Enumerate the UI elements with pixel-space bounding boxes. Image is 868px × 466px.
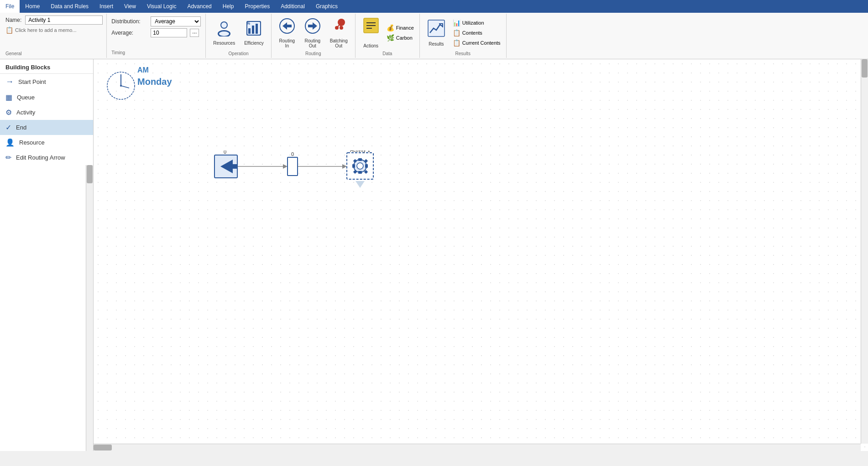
batching-out-icon <box>330 18 347 37</box>
memo-row[interactable]: 📋 Click here to add a memo... <box>5 26 77 34</box>
svg-marker-51 <box>356 181 365 188</box>
efficiency-label: Efficiency <box>244 41 264 46</box>
sidebar-item-label-activity: Activity <box>16 109 35 116</box>
results-small-items: 📊 Utilization 📋 Contents 📋 Current Conte… <box>451 18 502 47</box>
general-group-label: General <box>5 50 22 56</box>
resources-button[interactable]: Resources <box>209 18 239 47</box>
results-button[interactable]: Results <box>424 17 449 48</box>
ribbon-group-timing: Distribution: Average Average: ··· Timin… <box>107 14 206 58</box>
svg-marker-33 <box>342 164 347 169</box>
ellipsis-button[interactable]: ··· <box>190 29 199 37</box>
sidebar-item-end[interactable]: ✓ End <box>0 120 93 135</box>
menu-help[interactable]: Help <box>217 0 240 13</box>
name-input[interactable] <box>25 16 103 25</box>
memo-icon: 📋 <box>5 26 13 34</box>
sidebar-item-queue[interactable]: ▦ Queue <box>0 90 93 105</box>
svg-point-2 <box>221 22 227 28</box>
day-text: Monday <box>137 75 172 88</box>
routing-buttons: RoutingIn RoutingOut <box>275 16 351 50</box>
finance-label: Finance <box>396 25 414 31</box>
menu-visual-logic[interactable]: Visual Logic <box>141 0 182 13</box>
sidebar-item-edit-routing[interactable]: ✏ Edit Routing Arrow <box>0 150 93 165</box>
contents-icon: 📋 <box>453 29 460 36</box>
svg-rect-37 <box>288 157 298 176</box>
routing-out-button[interactable]: RoutingOut <box>301 16 324 50</box>
canvas-vscroll-thumb <box>862 59 868 78</box>
am-text: AM <box>137 65 172 75</box>
routing-out-label: RoutingOut <box>305 38 320 48</box>
average-label: Average: <box>111 30 148 36</box>
distribution-select[interactable]: Average <box>151 16 201 26</box>
svg-rect-7 <box>252 26 254 34</box>
menu-view[interactable]: View <box>119 0 141 13</box>
svg-text:Activity 1: Activity 1 <box>350 150 370 153</box>
menu-bar: File Home Data and Rules Insert View Vis… <box>0 0 868 13</box>
contents-button[interactable]: 📋 Contents <box>451 28 502 37</box>
batching-out-button[interactable]: BatchingOut <box>326 16 351 50</box>
sidebar-item-label-start: Start Point <box>18 78 46 85</box>
svg-text:%: % <box>246 21 250 26</box>
results-icon <box>427 19 445 41</box>
actions-label: Actions <box>363 43 378 48</box>
svg-text:0: 0 <box>291 151 294 157</box>
timing-group-label: Timing <box>111 49 125 55</box>
name-label: Name: <box>5 17 21 23</box>
batching-out-label: BatchingOut <box>330 38 348 48</box>
menu-file[interactable]: File <box>0 0 20 13</box>
utilization-label: Utilization <box>462 20 484 26</box>
distribution-row: Distribution: Average <box>111 16 201 26</box>
canvas-grid <box>94 59 868 451</box>
menu-advanced[interactable]: Advanced <box>182 0 217 13</box>
canvas-vscroll[interactable] <box>861 59 868 444</box>
flow-diagram: 0 0 Activity 1 <box>208 150 618 205</box>
sidebar-scrollbar[interactable] <box>86 165 93 451</box>
average-input[interactable] <box>151 28 187 37</box>
routing-group-label: Routing <box>305 50 321 56</box>
sidebar-item-activity[interactable]: ⚙ Activity <box>0 105 93 120</box>
utilization-button[interactable]: 📊 Utilization <box>451 18 502 27</box>
menu-graphics[interactable]: Graphics <box>310 0 343 13</box>
sidebar-item-start-point[interactable]: → Start Point <box>0 74 93 90</box>
clock-display: AM Monday <box>102 63 147 114</box>
resources-icon <box>216 20 232 40</box>
routing-in-button[interactable]: RoutingIn <box>275 16 299 50</box>
contents-label: Contents <box>462 30 482 36</box>
results-content: Results 📊 Utilization 📋 Contents 📋 Curre… <box>424 16 502 50</box>
utilization-icon: 📊 <box>453 19 460 26</box>
menu-data-rules[interactable]: Data and Rules <box>45 0 94 13</box>
canvas-area[interactable]: AM Monday 0 0 <box>94 59 868 451</box>
svg-rect-8 <box>256 24 258 34</box>
average-row: Average: ··· <box>111 28 199 37</box>
svg-point-41 <box>357 163 363 169</box>
svg-text:0: 0 <box>224 150 226 155</box>
current-contents-button[interactable]: 📋 Current Contents <box>451 38 502 47</box>
routing-in-label: RoutingIn <box>279 38 295 48</box>
current-contents-label: Current Contents <box>462 40 501 46</box>
sidebar-item-resource[interactable]: 👤 Resource <box>0 135 93 150</box>
data-small-items: 💰 Finance 🌿 Carbon <box>385 23 416 42</box>
svg-rect-44 <box>352 164 355 168</box>
svg-rect-43 <box>358 171 362 174</box>
menu-home[interactable]: Home <box>20 0 45 13</box>
sidebar: Building Blocks → Start Point ▦ Queue ⚙ … <box>0 59 94 451</box>
canvas-hscroll[interactable] <box>94 444 861 451</box>
actions-button[interactable]: Actions <box>359 16 383 50</box>
carbon-button[interactable]: 🌿 Carbon <box>385 33 416 42</box>
carbon-label: Carbon <box>396 35 413 41</box>
routing-out-icon <box>304 18 321 37</box>
svg-rect-45 <box>365 164 368 168</box>
svg-point-29 <box>120 85 122 87</box>
ribbon-group-results: Results 📊 Utilization 📋 Contents 📋 Curre… <box>420 14 507 58</box>
carbon-icon: 🌿 <box>387 34 394 41</box>
sidebar-item-label-end: End <box>16 124 26 131</box>
menu-additional[interactable]: Additional <box>275 0 310 13</box>
efficiency-button[interactable]: % Efficiency <box>241 18 267 47</box>
menu-insert[interactable]: Insert <box>94 0 119 13</box>
sidebar-item-label-resource: Resource <box>19 139 45 146</box>
efficiency-icon: % <box>246 20 262 40</box>
finance-button[interactable]: 💰 Finance <box>385 23 416 32</box>
menu-properties[interactable]: Properties <box>239 0 275 13</box>
current-contents-icon: 📋 <box>453 39 460 47</box>
svg-rect-25 <box>94 59 868 451</box>
distribution-label: Distribution: <box>111 18 148 25</box>
